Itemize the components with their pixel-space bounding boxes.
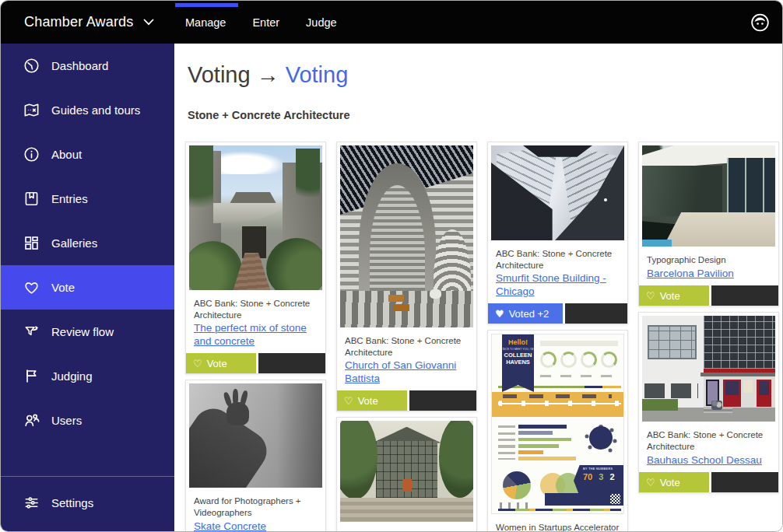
heart-outline-icon: ♡ (646, 291, 655, 301)
main-content: Voting→Voting Stone + Concrete Architect… (174, 44, 782, 531)
tab-enter[interactable]: Enter (252, 16, 279, 29)
chevron-down-icon (143, 19, 154, 26)
art (648, 325, 697, 359)
entry-category: Award for Photographers + Videographers (194, 495, 318, 519)
vote-options-button[interactable] (711, 285, 778, 306)
entry-title-link[interactable]: Skate Concrete (194, 520, 266, 531)
entry-image[interactable]: BY THE NUMBERS 7032 Hello! NICE TO MEET … (491, 334, 624, 514)
voted-button[interactable]: ♥Voted +2 (488, 303, 563, 324)
infographic-numbers-banner: BY THE NUMBERS 7032 (574, 465, 623, 496)
app-switcher[interactable]: Chamber Awards (24, 14, 154, 30)
entry-title-link[interactable]: The perfect mix of stone and concrete (194, 321, 318, 348)
heart-outline-icon: ♡ (193, 359, 202, 369)
app-title: Chamber Awards (24, 14, 134, 30)
entry-footer: ♡Vote (186, 353, 325, 373)
sidebar-item-label: Galleries (51, 236, 97, 250)
entry-card: Award for Photographers + Videographers … (185, 380, 326, 531)
vote-options-button[interactable] (409, 390, 476, 411)
entries-icon (23, 190, 40, 208)
galleries-icon (23, 234, 40, 252)
entry-meta: ABC Bank: Stone + Concrete Architecture … (488, 243, 627, 303)
vote-options-button[interactable] (565, 303, 627, 324)
grid-column: ABC Bank: Stone + Concrete Architecture … (185, 142, 326, 531)
vote-button[interactable]: ♡Vote (337, 390, 407, 411)
art (498, 425, 515, 460)
entry-card: ABC Bank: Stone + Concrete Architecture … (638, 312, 779, 493)
user-avatar-button[interactable] (750, 12, 771, 33)
vote-label: Vote (207, 358, 227, 369)
entry-category: Women in Startups Accelerator (496, 522, 620, 531)
vote-button[interactable]: ♡Vote (639, 472, 709, 492)
entry-image[interactable] (340, 421, 473, 522)
dashboard-icon (23, 57, 40, 75)
sidebar-item-label: Entries (51, 192, 88, 205)
art (498, 509, 621, 512)
infographic-bar-chart (518, 425, 581, 460)
tab-judge[interactable]: Judge (306, 16, 337, 29)
entry-title-link[interactable]: Church of San Giovanni Battista (345, 359, 469, 385)
vote-button[interactable]: ♡Vote (639, 285, 709, 306)
qr-code (610, 494, 620, 504)
sidebar-item-label: Vote (51, 281, 75, 294)
art (642, 399, 678, 411)
flag-icon (23, 367, 40, 385)
vote-options-button[interactable] (258, 353, 325, 373)
art (340, 498, 473, 522)
sidebar-item-dashboard[interactable]: Dashboard (1, 44, 174, 88)
sidebar-item-entries[interactable]: Entries (1, 177, 174, 221)
sidebar-item-label: Dashboard (51, 59, 108, 72)
sidebar-item-galleries[interactable]: Galleries (1, 221, 174, 265)
sidebar-item-judging[interactable]: Judging (1, 354, 174, 398)
vote-options-button[interactable] (711, 472, 778, 492)
sidebar-item-settings[interactable]: Settings (1, 476, 174, 531)
topbar: Chamber Awards Manage Enter Judge (1, 1, 782, 44)
entry-image[interactable] (491, 145, 624, 240)
entry-image[interactable] (189, 145, 322, 290)
entry-category: ABC Bank: Stone + Concrete Architecture (345, 530, 469, 531)
sidebar-item-guides[interactable]: Guides and tours (1, 88, 174, 132)
sidebar-item-about[interactable]: About (1, 132, 174, 177)
entry-image[interactable] (189, 383, 322, 488)
entry-meta: Award for Photographers + Videographers … (186, 491, 325, 531)
vote-button[interactable]: ♡Vote (186, 353, 256, 373)
entry-category: ABC Bank: Stone + Concrete Architecture (345, 335, 469, 359)
entry-meta: ABC Bank: Stone + Concrete Architecture … (337, 331, 476, 390)
entry-title-link[interactable]: Bauhaus School Dessau (647, 453, 762, 467)
art (642, 166, 722, 216)
sidebar-item-label: Guides and tours (51, 103, 140, 117)
breadcrumb: Voting→Voting (188, 62, 782, 88)
breadcrumb-section[interactable]: Voting (188, 62, 251, 87)
entry-title-link[interactable]: Barcelona Pavilion (647, 267, 734, 280)
entry-image[interactable] (642, 145, 775, 247)
sidebar-item-label: About (51, 148, 82, 161)
sidebar-item-label: Users (51, 414, 82, 427)
sidebar-item-review-flow[interactable]: Review flow (1, 310, 174, 354)
art (540, 375, 620, 377)
entry-meta: Typographic Design Barcelona Pavilion (639, 250, 778, 285)
art (239, 390, 248, 407)
entry-title-link[interactable]: Smurfit Stone Building - Chicago (496, 271, 620, 298)
art (503, 394, 612, 398)
art (213, 151, 286, 174)
art (540, 341, 618, 346)
breadcrumb-current[interactable]: Voting (286, 62, 349, 87)
art (711, 401, 722, 410)
arrow-right-icon: → (257, 62, 279, 87)
entry-image[interactable] (340, 145, 473, 327)
tab-manage[interactable]: Manage (185, 16, 226, 29)
art (223, 391, 232, 407)
art (498, 403, 621, 404)
entry-meta: ABC Bank: Stone + Concrete Architecture … (639, 425, 778, 472)
art (704, 316, 775, 369)
art (266, 238, 322, 290)
sidebar-item-vote[interactable]: Vote (1, 265, 174, 310)
users-icon (23, 411, 40, 429)
sidebar-item-users[interactable]: Users (1, 398, 174, 443)
heart-outline-icon: ♡ (344, 396, 353, 406)
entry-footer: ♡Vote (337, 390, 476, 411)
entry-image[interactable] (642, 316, 775, 422)
heart-filled-icon: ♥ (495, 309, 504, 319)
sidebar-item-label: Judging (51, 369, 93, 383)
entries-grid: ABC Bank: Stone + Concrete Architecture … (185, 142, 782, 531)
art (393, 304, 409, 311)
